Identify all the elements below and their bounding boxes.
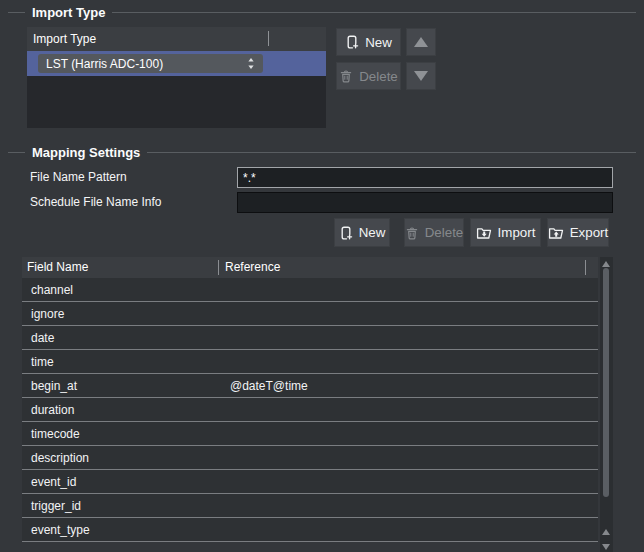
- field-name-cell: ignore: [22, 302, 218, 325]
- import-type-column-header[interactable]: Import Type: [27, 27, 326, 51]
- table-row[interactable]: timecode: [22, 422, 598, 446]
- field-name-cell: date: [22, 326, 218, 349]
- table-row[interactable]: duration: [22, 398, 598, 422]
- move-up-button[interactable]: [406, 28, 436, 56]
- new-document-icon: [339, 226, 353, 240]
- reference-cell: [218, 446, 598, 469]
- schedule-file-name-info-input[interactable]: [237, 192, 613, 213]
- mapping-settings-group-header: Mapping Settings: [8, 144, 636, 160]
- import-type-selected-row[interactable]: LST (Harris ADC-100): [27, 51, 326, 76]
- schedule-file-name-info-label: Schedule File Name Info: [30, 192, 161, 213]
- button-label: New: [365, 35, 392, 50]
- field-name-cell: time: [22, 350, 218, 373]
- column-separator[interactable]: [268, 31, 269, 46]
- column-separator[interactable]: [585, 260, 586, 275]
- table-row[interactable]: ignore: [22, 302, 598, 326]
- button-label: New: [359, 225, 386, 240]
- reference-cell: [218, 470, 598, 493]
- field-name-cell: event_id: [22, 470, 218, 493]
- reference-cell: [218, 422, 598, 445]
- field-name-cell: timecode: [22, 422, 218, 445]
- field-table-rows: channelignoredatetimebegin_at@dateT@time…: [22, 278, 598, 552]
- move-up-icon: [414, 37, 428, 47]
- table-row[interactable]: event_id: [22, 470, 598, 494]
- button-label: Import: [498, 225, 536, 240]
- import-type-table: Import Type LST (Harris ADC-100): [27, 27, 326, 128]
- table-row[interactable]: trigger_id: [22, 494, 598, 518]
- reference-cell: [218, 494, 598, 517]
- combobox-value: LST (Harris ADC-100): [46, 57, 247, 71]
- export-button[interactable]: Export: [547, 218, 609, 247]
- file-name-pattern-input[interactable]: [237, 167, 613, 188]
- table-row[interactable]: description: [22, 446, 598, 470]
- table-row[interactable]: channel: [22, 278, 598, 302]
- button-label: Delete: [359, 69, 398, 84]
- field-name-column-header[interactable]: Field Name: [27, 257, 88, 278]
- move-down-icon: [414, 71, 428, 81]
- field-name-cell: duration: [22, 398, 218, 421]
- mapping-delete-button[interactable]: Delete: [404, 218, 464, 247]
- import-button[interactable]: Import: [470, 218, 541, 247]
- column-separator[interactable]: [218, 260, 219, 275]
- group-title: Import Type: [32, 5, 105, 20]
- reference-cell: [218, 278, 598, 301]
- table-row[interactable]: event_type: [22, 518, 598, 542]
- new-document-icon: [345, 35, 359, 49]
- import-type-column-label: Import Type: [33, 32, 96, 46]
- table-row[interactable]: date: [22, 326, 598, 350]
- field-name-cell: description: [22, 446, 218, 469]
- field-name-cell: begin_at: [22, 374, 218, 397]
- import-type-new-button[interactable]: New: [336, 28, 401, 56]
- trash-icon: [405, 226, 419, 240]
- import-type-combobox[interactable]: LST (Harris ADC-100): [38, 54, 263, 73]
- combo-spinner-icon: [247, 57, 255, 70]
- reference-cell: [218, 350, 598, 373]
- button-label: Export: [570, 225, 609, 240]
- folder-import-icon: [476, 226, 492, 240]
- folder-export-icon: [548, 226, 564, 240]
- groupbox-border-line: [147, 152, 636, 153]
- group-title: Mapping Settings: [32, 145, 140, 160]
- field-name-cell: event_type: [22, 518, 218, 541]
- table-row[interactable]: time: [22, 350, 598, 374]
- reference-cell: [218, 326, 598, 349]
- scrollbar-thumb[interactable]: [603, 268, 609, 497]
- mapping-new-button[interactable]: New: [334, 218, 390, 247]
- reference-cell: [218, 302, 598, 325]
- field-table-header[interactable]: Field Name Reference: [22, 257, 598, 278]
- groupbox-border-line: [112, 12, 636, 13]
- reference-column-header[interactable]: Reference: [225, 257, 280, 278]
- groupbox-border-dash: [8, 12, 25, 13]
- reference-cell: [218, 518, 598, 541]
- table-row[interactable]: begin_at@dateT@time: [22, 374, 598, 398]
- reference-cell: @dateT@time: [218, 374, 598, 397]
- groupbox-border-dash: [8, 152, 25, 153]
- scrollbar-up-icon[interactable]: [602, 529, 610, 535]
- vertical-scrollbar[interactable]: [600, 257, 613, 552]
- scrollbar-up-icon[interactable]: [602, 261, 610, 267]
- field-name-cell: trigger_id: [22, 494, 218, 517]
- button-label: Delete: [425, 225, 464, 240]
- field-name-cell: channel: [22, 278, 218, 301]
- trash-icon: [339, 69, 353, 83]
- import-type-group-header: Import Type: [8, 4, 636, 20]
- move-down-button[interactable]: [406, 62, 436, 90]
- scrollbar-down-icon[interactable]: [602, 544, 610, 550]
- reference-cell: [218, 398, 598, 421]
- import-type-delete-button[interactable]: Delete: [336, 62, 401, 90]
- file-name-pattern-label: File Name Pattern: [30, 167, 127, 188]
